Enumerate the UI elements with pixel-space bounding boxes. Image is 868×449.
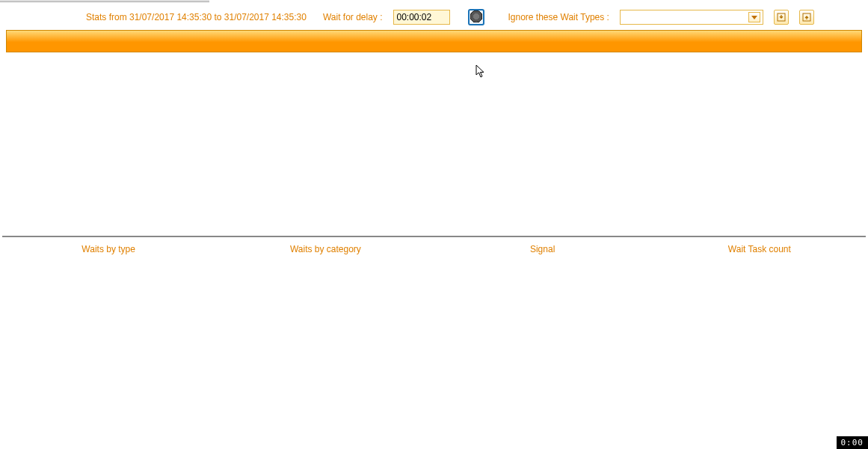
- export-button[interactable]: [799, 10, 814, 25]
- recording-timer: 0:00: [837, 436, 869, 449]
- cursor-icon: [475, 64, 486, 79]
- stats-range-label: Stats from 31/07/2017 14:35:30 to 31/07/…: [86, 12, 307, 22]
- import-button[interactable]: [774, 10, 789, 25]
- delay-input[interactable]: [393, 10, 450, 25]
- delay-label: Wait for delay :: [323, 12, 383, 22]
- toolbar: Stats from 31/07/2017 14:35:30 to 31/07/…: [0, 9, 868, 25]
- chart-header-signal: Signal: [434, 244, 651, 254]
- chart-header-wait-task-count: Wait Task count: [651, 244, 868, 254]
- chevron-down-icon: [748, 12, 760, 22]
- tab-edge: [0, 0, 209, 2]
- import-icon: [777, 13, 786, 22]
- record-button[interactable]: [468, 9, 484, 25]
- chart-header-waits-by-category: Waits by category: [217, 244, 434, 254]
- export-icon: [802, 13, 811, 22]
- chart-header-waits-by-type: Waits by type: [0, 244, 217, 254]
- header-gradient-bar: [6, 30, 862, 52]
- ignore-wait-types-label: Ignore these Wait Types :: [508, 12, 609, 22]
- section-divider: [2, 236, 866, 237]
- chart-headers-row: Waits by type Waits by category Signal W…: [0, 244, 868, 254]
- wait-types-dropdown[interactable]: [620, 10, 763, 25]
